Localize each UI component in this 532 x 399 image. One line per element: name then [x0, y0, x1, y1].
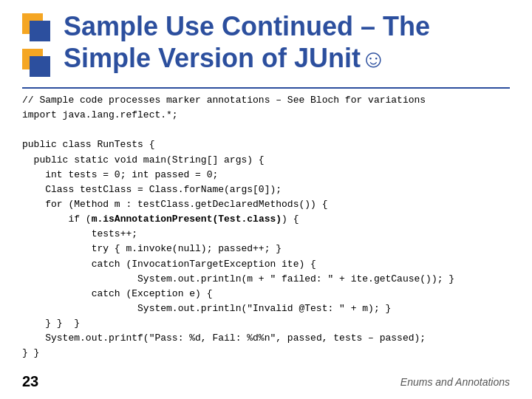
- code-catch-ite: catch (InvocationTargetException ite) {: [92, 259, 316, 270]
- decorative-squares: [22, 13, 58, 80]
- code-if: if (m.isAnnotationPresent(Test.class)) {: [68, 214, 299, 225]
- title-line2: Simple Version of JUnit: [64, 43, 361, 73]
- code-import: import java.lang.reflect.*;: [22, 109, 178, 120]
- code-for-loop: for (Method m : testClass.getDeclaredMet…: [45, 199, 327, 210]
- slide-title: Sample Use Continued – The Simple Versio…: [64, 10, 510, 74]
- code-main-decl: public static void main(String[] args) {: [34, 154, 265, 166]
- code-class-line: Class testClass = Class.forName(args[0])…: [45, 184, 282, 195]
- code-tests-inc: tests++;: [92, 228, 137, 239]
- title-area: Sample Use Continued – The Simple Versio…: [64, 10, 510, 74]
- title-divider: [22, 87, 510, 89]
- square-blue-2: [30, 56, 50, 77]
- slide: Sample Use Continued – The Simple Versio…: [0, 0, 532, 399]
- code-close-class: } }: [22, 347, 39, 358]
- square-blue-1: [30, 21, 50, 41]
- code-close-braces: } } }: [45, 318, 80, 329]
- code-catch-e: catch (Exception e) {: [92, 288, 213, 299]
- code-block: // Sample code processes marker annotati…: [22, 93, 510, 362]
- code-printf: System.out.printf("Pass: %d, Fail: %d%n"…: [45, 332, 426, 344]
- smiley-icon: ☺: [361, 44, 386, 72]
- code-println-ite: System.out.println(m + " failed: " + ite…: [115, 273, 454, 284]
- slide-number: 23: [22, 373, 38, 390]
- code-comment: // Sample code processes marker annotati…: [22, 95, 426, 106]
- code-println-e: System.out.println("Invalid @Test: " + m…: [115, 303, 391, 314]
- footer-label: Enums and Annotations: [400, 376, 510, 388]
- title-line1: Sample Use Continued – The: [64, 11, 430, 41]
- code-try: try { m.invoke(null); passed++; }: [92, 243, 282, 254]
- code-vars: int tests = 0; int passed = 0;: [45, 169, 218, 180]
- footer: 23 Enums and Annotations: [22, 373, 510, 390]
- code-class-decl: public class RunTests {: [22, 139, 154, 150]
